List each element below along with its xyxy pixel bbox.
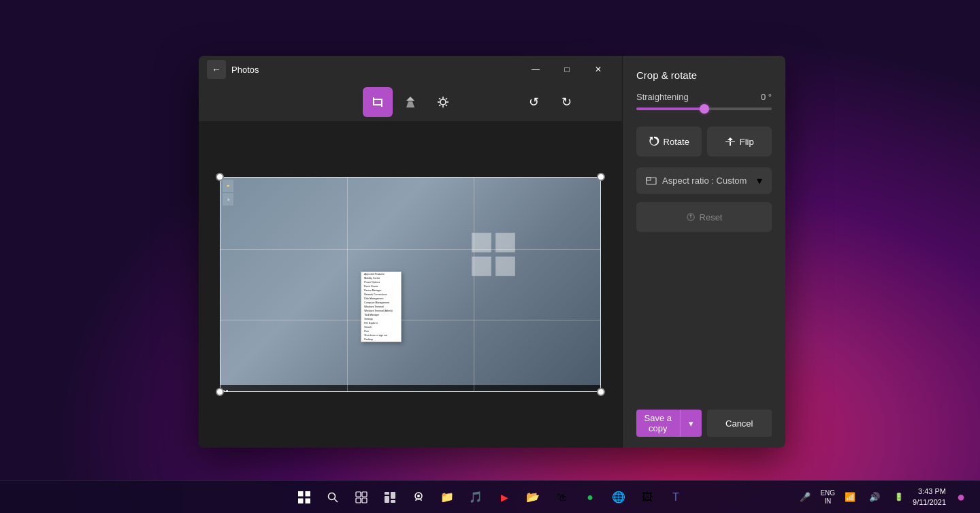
undo-redo-group: ↺ ↻ [519, 87, 581, 117]
battery-icon[interactable]: 🔋 [889, 484, 909, 511]
svg-rect-3 [381, 99, 382, 107]
ctx-item: Desktop [361, 337, 401, 342]
titlebar-left: ← Photos [207, 60, 259, 79]
music-button[interactable]: 🎵 [462, 484, 489, 511]
taskbar: 📁 🎵 ▶ 📂 🛍 ● 🌐 🖼 T 🎤 ENG IN 📶 🔊 🔋 [0, 480, 980, 513]
mic-button[interactable]: 🎤 [796, 484, 815, 511]
svg-rect-32 [362, 498, 367, 503]
svg-rect-29 [356, 492, 361, 497]
flip-button[interactable]: Flip [707, 127, 772, 156]
network-icon[interactable]: 📶 [840, 484, 860, 511]
svg-rect-23 [298, 491, 304, 497]
undo-button[interactable]: ↺ [519, 87, 549, 117]
straightening-label-row: Straightening 0 ° [636, 92, 772, 102]
language-indicator[interactable]: ENG IN [820, 489, 835, 506]
widgets-button[interactable] [376, 484, 404, 511]
volume-icon[interactable]: 🔊 [865, 484, 884, 511]
crop-icon [371, 95, 385, 109]
cancel-button[interactable]: Cancel [707, 410, 772, 437]
save-copy-dropdown-button[interactable]: ▾ [680, 410, 702, 437]
folder-button[interactable]: 📂 [519, 484, 546, 511]
lang-in: IN [820, 497, 835, 506]
svg-point-27 [329, 493, 336, 499]
reset-button[interactable]: Reset [636, 202, 772, 232]
photos-app-window: ← Photos — □ ✕ [199, 56, 785, 448]
rotate-flip-row: Rotate Flip [636, 127, 772, 156]
image-canvas: 📁 🗑 Apps and Feature [199, 121, 622, 448]
crop-handle-top-right[interactable] [597, 173, 605, 181]
svg-line-12 [439, 105, 440, 106]
search-button[interactable] [319, 484, 346, 511]
taskbar-right: 🎤 ENG IN 📶 🔊 🔋 3:43 PM 9/11/2021 ● [796, 484, 980, 511]
maximize-button[interactable]: □ [551, 59, 583, 80]
svg-point-38 [417, 495, 420, 497]
redo-button[interactable]: ↻ [551, 87, 581, 117]
taskbar-clock[interactable]: 3:43 PM 9/11/2021 [913, 486, 946, 508]
aspect-ratio-dropdown[interactable]: Aspect ratio : Custom ▾ [636, 167, 772, 194]
start-button[interactable] [291, 484, 318, 511]
win-desktop-bg [220, 177, 601, 392]
crop-tool-button[interactable] [363, 87, 393, 117]
save-copy-button[interactable]: Save a copy [636, 410, 680, 437]
video-button[interactable]: ▶ [491, 484, 518, 511]
user-avatar[interactable]: ● [950, 484, 972, 511]
window-titlebar: ← Photos — □ ✕ [199, 56, 622, 83]
photos-button[interactable]: 🖼 [634, 484, 661, 511]
svg-rect-31 [356, 498, 361, 503]
svg-point-4 [440, 99, 446, 105]
svg-rect-30 [362, 492, 367, 497]
straightening-slider-track[interactable] [636, 107, 772, 110]
file-explorer-button[interactable]: 📁 [434, 484, 461, 511]
svg-rect-24 [306, 491, 311, 497]
window-title: Photos [231, 65, 259, 75]
windows-logo-inside [470, 231, 517, 281]
svg-rect-13 [472, 233, 491, 252]
crop-handle-bottom-left[interactable] [216, 388, 224, 396]
rotate-button[interactable]: Rotate [636, 127, 702, 156]
clock-time: 3:43 PM [913, 486, 946, 497]
svg-rect-1 [373, 104, 381, 105]
chat-button[interactable] [405, 484, 432, 511]
window-controls: — □ ✕ [520, 59, 614, 80]
desktop-icon-2: 🗑 [223, 193, 233, 205]
filter-icon [404, 95, 417, 109]
adjust-icon [436, 95, 450, 109]
svg-rect-15 [472, 256, 491, 276]
filter-tool-button[interactable] [395, 87, 425, 117]
back-button[interactable]: ← [207, 60, 226, 79]
svg-rect-25 [298, 498, 304, 503]
panel-footer: Save a copy ▾ Cancel [623, 399, 785, 448]
crop-handle-bottom-right[interactable] [597, 388, 605, 396]
aspect-ratio-chevron: ▾ [757, 174, 762, 187]
svg-line-9 [439, 98, 440, 99]
rotate-icon [649, 136, 659, 147]
svg-rect-18 [226, 390, 228, 392]
svg-rect-34 [385, 496, 389, 503]
close-button[interactable]: ✕ [583, 59, 614, 80]
aspect-ratio-text: Aspect ratio : Custom [662, 176, 747, 186]
aspect-ratio-label-group: Aspect ratio : Custom [646, 176, 747, 186]
start-icon [298, 491, 310, 503]
straightening-slider-thumb[interactable] [700, 104, 709, 114]
search-icon [327, 491, 339, 503]
clock-date: 9/11/2021 [913, 497, 946, 508]
aspect-ratio-section: Aspect ratio : Custom ▾ [623, 167, 785, 202]
svg-rect-33 [385, 492, 389, 495]
panel-title: Crop & rotate [623, 56, 785, 92]
minimize-button[interactable]: — [520, 59, 551, 80]
flip-icon [725, 136, 736, 147]
widgets-icon [384, 491, 396, 503]
straightening-value: 0 ° [761, 92, 772, 102]
svg-line-28 [335, 499, 338, 502]
task-view-button[interactable] [348, 484, 375, 511]
crop-handle-top-left[interactable] [216, 173, 224, 181]
edge-button[interactable]: 🌐 [605, 484, 632, 511]
straightening-label: Straightening [636, 92, 689, 102]
svg-line-11 [446, 98, 447, 99]
svg-rect-36 [391, 500, 395, 503]
store-button[interactable]: 🛍 [548, 484, 575, 511]
context-menu-inside: Apps and Features Mobility Center Power … [361, 271, 402, 342]
adjust-tool-button[interactable] [428, 87, 458, 117]
teams-button[interactable]: T [662, 484, 689, 511]
spotify-button[interactable]: ● [576, 484, 604, 511]
